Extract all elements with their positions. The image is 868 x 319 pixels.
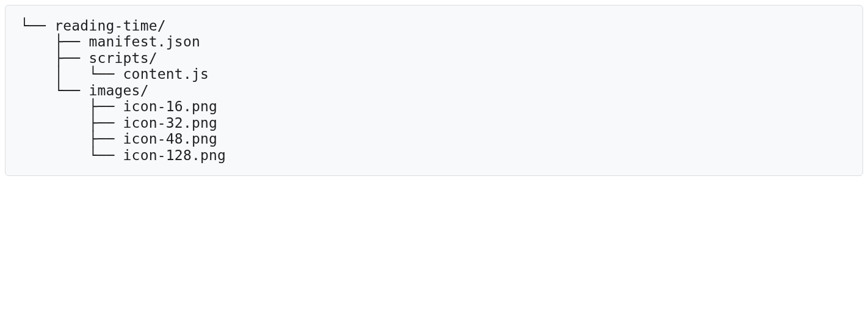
tree-line-4: └── images/ (20, 82, 149, 98)
tree-line-6: ├── icon-32.png (20, 115, 217, 131)
tree-line-2: ├── scripts/ (20, 50, 157, 66)
tree-line-8: └── icon-128.png (20, 147, 226, 163)
directory-tree-block: └── reading-time/ ├── manifest.json ├── … (5, 5, 863, 176)
tree-line-3: │ └── content.js (20, 66, 209, 82)
tree-line-7: ├── icon-48.png (20, 131, 217, 147)
tree-line-5: ├── icon-16.png (20, 98, 217, 114)
tree-line-1: ├── manifest.json (20, 34, 200, 50)
tree-line-0: └── reading-time/ (20, 18, 166, 34)
